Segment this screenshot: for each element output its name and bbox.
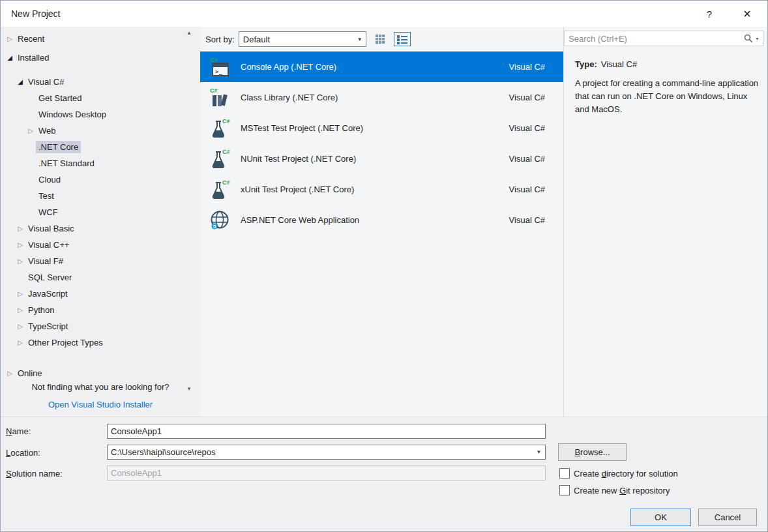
tree-item-python[interactable]: ▷Python: [1, 302, 200, 318]
tree-expander-icon[interactable]: ▷: [15, 237, 25, 253]
template-item-mstest-test-project-net-core[interactable]: C# MSTest Test Project (.NET Core)Visual…: [200, 113, 563, 143]
tree-expander-icon[interactable]: ▷: [15, 286, 25, 302]
tree-item-online[interactable]: ▷ Online: [1, 365, 200, 381]
tree-item-windows-desktop[interactable]: Windows Desktop: [1, 106, 200, 123]
tree-item-javascript[interactable]: ▷JavaScript: [1, 286, 200, 302]
tree-item-other-project-types[interactable]: ▷Other Project Types: [1, 334, 200, 351]
create-directory-checkbox-row[interactable]: Create directory for solution: [559, 467, 678, 480]
sort-by-value: Default: [243, 35, 354, 44]
template-language: Visual C#: [509, 215, 545, 225]
tree-item-visual-f[interactable]: ▷Visual F#: [1, 253, 200, 269]
tree-item-visual-basic[interactable]: ▷Visual Basic: [1, 220, 200, 237]
tree-item-web[interactable]: ▷Web: [1, 123, 200, 139]
open-installer-link[interactable]: Open Visual Studio Installer: [1, 400, 200, 409]
sort-by-label: Sort by:: [205, 35, 235, 44]
tree-item-visual-c[interactable]: ▷Visual C++: [1, 237, 200, 253]
name-input[interactable]: [107, 424, 546, 439]
tree-item-typescript[interactable]: ▷TypeScript: [1, 318, 200, 334]
tree-item-visual-c[interactable]: ◢Visual C#: [1, 74, 200, 90]
tree-expander-icon[interactable]: ▷: [15, 302, 25, 318]
tree-expander-icon[interactable]: ▷: [5, 365, 15, 381]
help-icon[interactable]: ?: [700, 5, 719, 22]
tree-scrollbar[interactable]: ▲ ▼: [185, 30, 194, 392]
tree-item-label: Cloud: [36, 173, 63, 186]
tree-item-net-standard[interactable]: .NET Standard: [1, 155, 200, 171]
list-view-icon: [396, 34, 408, 44]
cancel-button[interactable]: Cancel: [698, 509, 757, 526]
search-icon[interactable]: [744, 34, 753, 43]
tree-item-test[interactable]: Test: [1, 188, 200, 204]
tree-expander-icon[interactable]: ▷: [15, 334, 25, 351]
template-description: A project for creating a command-line ap…: [575, 77, 760, 116]
name-label: Name:: [6, 425, 31, 438]
dialog-title: New Project: [11, 8, 60, 19]
not-finding-text: Not finding what you are looking for?: [1, 382, 200, 392]
tree-expander-icon[interactable]: ▷: [15, 220, 25, 237]
tree-item-label: Visual Basic: [25, 222, 77, 235]
dialog-content: ▷Recent◢Installed◢Visual C#Get StartedWi…: [1, 27, 767, 417]
tree-item-label: Web: [36, 125, 59, 137]
ok-button[interactable]: OK: [630, 509, 691, 526]
tree-item-cloud[interactable]: Cloud: [1, 171, 200, 188]
tree-item-label: JavaScript: [25, 288, 70, 300]
svg-text:C#: C#: [210, 57, 218, 63]
template-item-nunit-test-project-net-core[interactable]: C# NUnit Test Project (.NET Core)Visual …: [200, 143, 563, 174]
solution-name-input: [107, 466, 546, 480]
tree-item-label: Installed: [15, 52, 52, 64]
search-dropdown-icon[interactable]: ▼: [755, 37, 760, 41]
tree-expander-icon[interactable]: ▷: [15, 318, 25, 334]
template-name: xUnit Test Project (.NET Core): [241, 185, 509, 194]
tree-item-sql-server[interactable]: SQL Server: [1, 269, 200, 286]
template-item-xunit-test-project-net-core[interactable]: C# xUnit Test Project (.NET Core)Visual …: [200, 174, 563, 205]
location-combobox[interactable]: C:\Users\haipi\source\repos ▼: [107, 445, 546, 460]
template-panel: Sort by: Default ▼: [200, 27, 564, 417]
titlebar: New Project ? ✕: [1, 1, 767, 27]
tree-item-label: Windows Desktop: [36, 108, 109, 121]
svg-text:C#: C#: [210, 87, 218, 94]
tree-expander-icon[interactable]: ◢: [15, 74, 25, 90]
grid-view-icon: [375, 34, 385, 44]
tree-item-installed[interactable]: ◢Installed: [1, 50, 200, 66]
online-section: ▷ Online: [1, 362, 200, 384]
solution-name-label: Solution name:: [6, 467, 63, 480]
scroll-up-icon[interactable]: ▲: [185, 30, 194, 36]
tree-item-label: .NET Standard: [36, 157, 97, 170]
search-box: ▼: [564, 31, 763, 46]
project-form: Name: Location: C:\Users\haipi\source\re…: [1, 417, 767, 531]
template-item-class-library-net-core[interactable]: C# Class Library (.NET Core)Visual C#: [200, 82, 563, 113]
template-name: Class Library (.NET Core): [241, 93, 509, 102]
tree-item-recent[interactable]: ▷Recent: [1, 31, 200, 47]
search-input[interactable]: [569, 34, 744, 44]
tree-item-net-core[interactable]: .NET Core: [1, 139, 200, 155]
test-project-icon: C#: [208, 178, 231, 201]
create-directory-checkbox[interactable]: [559, 468, 570, 479]
tree-item-label: WCF: [36, 206, 61, 218]
template-name: MSTest Test Project (.NET Core): [241, 123, 509, 133]
small-icons-view-button[interactable]: [372, 32, 389, 46]
template-language: Visual C#: [509, 185, 545, 194]
tree-item-label: Other Project Types: [25, 336, 106, 349]
template-item-asp-net-core-web-application[interactable]: 5 ASP.NET Core Web ApplicationVisual C#: [200, 205, 563, 235]
tree-item-wcf[interactable]: WCF: [1, 204, 200, 220]
template-name: Console App (.NET Core): [241, 62, 509, 72]
svg-text:C#: C#: [222, 179, 230, 186]
tree-expander-icon[interactable]: ▷: [15, 253, 25, 269]
browse-button[interactable]: Browse...: [558, 443, 627, 461]
sort-bar: Sort by: Default ▼: [200, 27, 563, 52]
svg-text:C#: C#: [222, 149, 230, 155]
tree-item-get-started[interactable]: Get Started: [1, 90, 200, 106]
tree-item-label: Test: [36, 190, 57, 202]
template-item-console-app-net-core[interactable]: C# >_ Console App (.NET Core)Visual C#: [200, 52, 563, 82]
tree-item-label: TypeScript: [25, 320, 70, 332]
tree-item-label: Online: [15, 367, 45, 379]
tree-expander-icon[interactable]: ◢: [5, 50, 15, 66]
template-name: NUnit Test Project (.NET Core): [241, 154, 509, 164]
create-git-repo-checkbox[interactable]: [559, 485, 570, 495]
tree-expander-icon[interactable]: ▷: [25, 123, 36, 139]
tree-expander-icon[interactable]: ▷: [5, 31, 15, 47]
close-icon[interactable]: ✕: [737, 5, 757, 22]
list-view-button[interactable]: [394, 32, 411, 46]
sort-by-dropdown[interactable]: Default ▼: [239, 31, 366, 47]
create-git-repo-checkbox-row[interactable]: Create new Git repository: [559, 484, 670, 497]
chevron-down-icon[interactable]: ▼: [533, 449, 545, 455]
